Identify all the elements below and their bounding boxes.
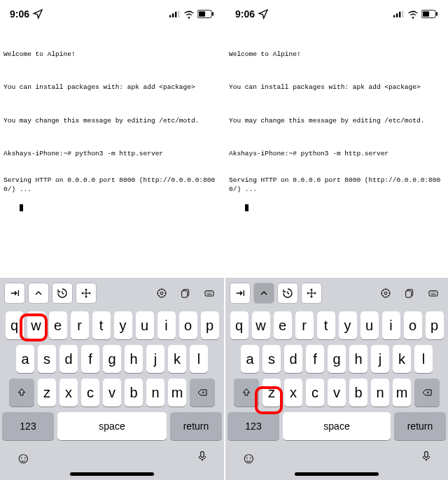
- key-r[interactable]: r: [71, 311, 89, 339]
- key-w[interactable]: w: [252, 311, 270, 339]
- backspace-key[interactable]: [190, 379, 215, 407]
- terminal-line: Akshays-iPhone:~# python3 -m http.server: [4, 150, 220, 159]
- svg-point-20: [384, 292, 387, 295]
- key-h[interactable]: h: [125, 345, 143, 373]
- location-icon: [258, 8, 269, 20]
- key-b[interactable]: b: [349, 379, 368, 407]
- key-d[interactable]: d: [284, 345, 302, 373]
- terminal-line: You can install packages with: apk add <…: [229, 83, 444, 92]
- settings-button[interactable]: [151, 283, 172, 304]
- key-x[interactable]: x: [284, 379, 302, 407]
- keyboard-toggle-button[interactable]: [423, 283, 444, 304]
- key-g[interactable]: g: [103, 345, 121, 373]
- paste-button[interactable]: [175, 283, 196, 304]
- key-z[interactable]: z: [38, 379, 56, 407]
- key-k[interactable]: k: [393, 345, 411, 373]
- key-f[interactable]: f: [306, 345, 324, 373]
- key-row-1: q w e r t y u i o p: [225, 309, 448, 342]
- key-s[interactable]: s: [262, 345, 281, 373]
- key-p[interactable]: p: [426, 311, 444, 339]
- key-i[interactable]: i: [382, 311, 400, 339]
- mic-button[interactable]: [196, 449, 209, 468]
- key-c[interactable]: c: [81, 379, 99, 407]
- key-h[interactable]: h: [349, 345, 368, 373]
- svg-rect-0: [169, 15, 171, 17]
- status-time: 9:06: [10, 8, 29, 20]
- key-r[interactable]: r: [295, 311, 314, 339]
- svg-point-7: [160, 292, 163, 295]
- numeric-key[interactable]: 123: [227, 412, 279, 440]
- svg-rect-24: [429, 291, 438, 296]
- key-o[interactable]: o: [179, 311, 197, 339]
- space-key[interactable]: space: [283, 412, 391, 440]
- key-s[interactable]: s: [38, 345, 56, 373]
- history-button[interactable]: [52, 283, 73, 304]
- key-j[interactable]: j: [371, 345, 389, 373]
- key-e[interactable]: e: [274, 311, 292, 339]
- key-q[interactable]: q: [6, 311, 24, 339]
- return-key[interactable]: return: [170, 412, 222, 440]
- location-icon: [32, 8, 43, 20]
- key-p[interactable]: p: [201, 311, 219, 339]
- ctrl-button[interactable]: [253, 283, 274, 304]
- terminal-area[interactable]: Welcome to Alpine! You can install packa…: [0, 28, 224, 278]
- key-x[interactable]: x: [59, 379, 78, 407]
- tab-key-button[interactable]: [4, 283, 25, 304]
- key-k[interactable]: k: [168, 345, 186, 373]
- keyboard-toolbar: [225, 278, 448, 309]
- home-indicator[interactable]: [70, 472, 154, 476]
- key-u[interactable]: u: [136, 311, 154, 339]
- key-n[interactable]: n: [146, 379, 164, 407]
- key-e[interactable]: e: [49, 311, 67, 339]
- settings-button[interactable]: [375, 283, 396, 304]
- key-l[interactable]: l: [414, 345, 433, 373]
- arrows-button[interactable]: [76, 283, 97, 304]
- emoji-button[interactable]: ☺: [15, 449, 31, 467]
- key-a[interactable]: a: [16, 345, 34, 373]
- backspace-key[interactable]: [414, 379, 440, 407]
- keyboard-toggle-button[interactable]: [199, 283, 220, 304]
- key-q[interactable]: q: [230, 311, 248, 339]
- emoji-button[interactable]: ☺: [241, 449, 256, 467]
- key-n[interactable]: n: [371, 379, 389, 407]
- key-u[interactable]: u: [360, 311, 379, 339]
- key-g[interactable]: g: [328, 345, 346, 373]
- key-a[interactable]: a: [241, 345, 259, 373]
- terminal-area[interactable]: Welcome to Alpine! You can install packa…: [225, 28, 448, 278]
- key-y[interactable]: y: [114, 311, 132, 339]
- key-t[interactable]: t: [317, 311, 335, 339]
- key-l[interactable]: l: [190, 345, 208, 373]
- key-z[interactable]: z: [262, 379, 281, 407]
- key-row-4: 123 space return: [0, 409, 224, 443]
- key-w[interactable]: w: [27, 311, 46, 339]
- numeric-key[interactable]: 123: [2, 412, 54, 440]
- tab-key-button[interactable]: [230, 283, 251, 304]
- status-bar: 9:06: [0, 0, 224, 28]
- key-v[interactable]: v: [103, 379, 121, 407]
- shift-key[interactable]: [9, 379, 34, 407]
- key-o[interactable]: o: [404, 311, 422, 339]
- key-v[interactable]: v: [328, 379, 346, 407]
- key-t[interactable]: t: [92, 311, 111, 339]
- key-m[interactable]: m: [168, 379, 186, 407]
- space-key[interactable]: space: [57, 412, 167, 440]
- key-i[interactable]: i: [158, 311, 176, 339]
- mic-button[interactable]: [420, 449, 433, 468]
- signal-icon: [393, 8, 405, 20]
- shift-key[interactable]: [234, 379, 259, 407]
- keyboard: q w e r t y u i o p a s d f g h j k l z …: [0, 278, 224, 480]
- ctrl-button[interactable]: [28, 283, 49, 304]
- key-c[interactable]: c: [306, 379, 324, 407]
- key-f[interactable]: f: [81, 345, 99, 373]
- arrows-button[interactable]: [301, 283, 322, 304]
- paste-button[interactable]: [399, 283, 420, 304]
- key-b[interactable]: b: [125, 379, 143, 407]
- svg-rect-6: [212, 12, 214, 16]
- key-d[interactable]: d: [59, 345, 78, 373]
- key-y[interactable]: y: [339, 311, 357, 339]
- return-key[interactable]: return: [394, 412, 446, 440]
- key-m[interactable]: m: [393, 379, 411, 407]
- history-button[interactable]: [277, 283, 298, 304]
- home-indicator[interactable]: [295, 472, 379, 476]
- key-j[interactable]: j: [146, 345, 164, 373]
